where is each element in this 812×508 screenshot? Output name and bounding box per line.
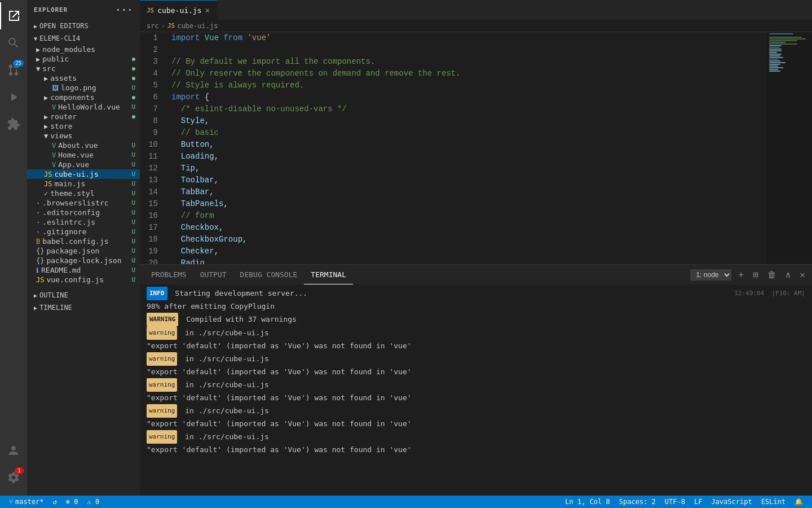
file-theme[interactable]: ✓ theme.styl U xyxy=(27,189,140,198)
tab-output[interactable]: OUTPUT xyxy=(193,265,233,284)
open-editors-section[interactable]: ▶ OPEN EDITORS xyxy=(27,20,140,32)
file-label: main.js xyxy=(54,179,85,188)
terminal-line: warning in ./src/cube-ui.js xyxy=(147,352,805,366)
warning-badge-large: WARNING xyxy=(147,313,178,326)
status-errors[interactable]: ⊗ 0 xyxy=(61,496,83,508)
tab-problems[interactable]: PROBLEMS xyxy=(144,265,193,284)
folder-icon: ▶ xyxy=(44,122,48,130)
file-store[interactable]: ▶ store xyxy=(27,121,140,131)
file-label: store xyxy=(50,122,72,130)
status-bar: ⑂ master* ↺ ⊗ 0 ⚠ 0 Ln 1, Col 8 Spaces: … xyxy=(0,496,812,508)
file-mainjs[interactable]: JS main.js U xyxy=(27,179,140,189)
untracked-badge: U xyxy=(131,218,135,226)
file-node_modules[interactable]: ▶ node_modules xyxy=(27,45,140,54)
tab-terminal[interactable]: TERMINAL xyxy=(304,265,353,284)
file-gitignore[interactable]: · .gitignore U xyxy=(27,227,140,237)
file-logo[interactable]: 🖼 logo.png U xyxy=(27,83,140,93)
status-ln-col[interactable]: Ln 1, Col 8 xyxy=(561,496,614,508)
sidebar-menu-button[interactable]: ··· xyxy=(115,5,133,15)
terminal-line: warning in ./src/cube-ui.js xyxy=(147,404,805,418)
folder-icon: ▶ xyxy=(44,113,48,121)
tab-cube-ui[interactable]: JS cube-ui.js × xyxy=(140,0,217,20)
status-eol[interactable]: LF xyxy=(690,496,707,508)
extensions-icon[interactable] xyxy=(0,111,27,138)
code-editor[interactable]: 12345 678910 1112131415 1617181920 21222… xyxy=(140,32,812,264)
tab-close-button[interactable]: × xyxy=(205,6,210,14)
status-notifications[interactable]: 🔔 xyxy=(790,496,807,508)
tab-js-icon: JS xyxy=(147,7,154,14)
explorer-icon[interactable] xyxy=(0,2,27,29)
file-public[interactable]: ▶ public xyxy=(27,54,140,64)
folder-icon: ▼ xyxy=(36,65,40,73)
status-branch[interactable]: ⑂ master* xyxy=(5,496,48,508)
file-editorconfig[interactable]: · .editorconfig U xyxy=(27,208,140,217)
file-src[interactable]: ▼ src xyxy=(27,64,140,73)
file-packagejson[interactable]: {} package.json U xyxy=(27,246,140,256)
run-icon[interactable] xyxy=(0,84,27,111)
ln-col-label: Ln 1, Col 8 xyxy=(565,498,610,506)
activity-bottom: 1 xyxy=(0,437,27,491)
file-label: public xyxy=(42,55,69,63)
file-readme[interactable]: ℹ README.md U xyxy=(27,265,140,275)
js-file-icon: B xyxy=(36,238,40,246)
status-sync[interactable]: ↺ xyxy=(48,496,61,508)
file-router[interactable]: ▶ router xyxy=(27,112,140,121)
status-language[interactable]: JavaScript xyxy=(707,496,756,508)
untracked-badge: U xyxy=(131,228,135,235)
file-packagelockjson[interactable]: {} package-lock.json U xyxy=(27,256,140,265)
untracked-badge: U xyxy=(131,161,135,168)
file-views[interactable]: ▼ views xyxy=(27,131,140,141)
file-label: views xyxy=(50,132,72,140)
project-section[interactable]: ▼ ELEME-CLI4 xyxy=(27,32,140,45)
terminal-text: "export 'default' (imported as 'Vue') wa… xyxy=(147,392,412,404)
breadcrumb-src[interactable]: src xyxy=(147,22,159,30)
terminal-session-select[interactable]: 1: node xyxy=(690,269,731,281)
file-cube-ui[interactable]: JS cube-ui.js U xyxy=(27,169,140,179)
terminal-delete-button[interactable]: 🗑 xyxy=(765,268,779,281)
terminal-line: "export 'default' (imported as 'Vue') wa… xyxy=(147,392,805,404)
folder-icon: ▶ xyxy=(36,55,40,63)
terminal-split-button[interactable]: ⊞ xyxy=(751,268,761,281)
terminal-line: "export 'default' (imported as 'Vue') wa… xyxy=(147,340,805,352)
file-homevue[interactable]: V Home.vue U xyxy=(27,150,140,160)
file-label: cube-ui.js xyxy=(54,170,98,178)
file-aboutvue[interactable]: V About.vue U xyxy=(27,141,140,150)
terminal-line: warning in ./src/cube-ui.js xyxy=(147,378,805,392)
code-content[interactable]: import Vue from 'vue' // By default we i… xyxy=(167,32,767,264)
file-components[interactable]: ▶ components xyxy=(27,93,140,102)
timeline-section[interactable]: ▶ TIMELINE xyxy=(27,301,140,314)
terminal-close-button[interactable]: ✕ xyxy=(797,268,807,281)
status-encoding[interactable]: UTF-8 xyxy=(660,496,690,508)
file-assets[interactable]: ▶ assets xyxy=(27,73,140,83)
file-babelconfig[interactable]: B babel.config.js U xyxy=(27,237,140,246)
warning-badge: warning xyxy=(147,378,177,392)
language-label: JavaScript xyxy=(711,498,752,506)
terminal-add-button[interactable]: + xyxy=(736,268,746,281)
terminal-content[interactable]: INFO Starting development server... 12:4… xyxy=(140,284,812,496)
account-icon[interactable] xyxy=(0,437,27,464)
terminal-collapse-button[interactable]: ∧ xyxy=(783,268,793,281)
file-vueconfig[interactable]: JS vue.config.js U xyxy=(27,275,140,284)
open-editors-label: OPEN EDITORS xyxy=(39,22,89,30)
settings-icon[interactable]: 1 xyxy=(0,464,27,491)
file-eslintrc[interactable]: · .eslintrc.js U xyxy=(27,217,140,227)
breadcrumb-js-icon: JS xyxy=(167,22,175,29)
file-label: .gitignore xyxy=(42,227,86,236)
file-appvue[interactable]: V App.vue U xyxy=(27,160,140,169)
terminal-line: "export 'default' (imported as 'Vue') wa… xyxy=(147,418,805,430)
search-icon[interactable] xyxy=(0,29,27,56)
file-label: router xyxy=(50,112,77,121)
file-helloworld[interactable]: V HelloWorld.vue U xyxy=(27,102,140,112)
outline-section[interactable]: ▶ OUTLINE xyxy=(27,289,140,301)
tab-debug-console[interactable]: DEBUG CONSOLE xyxy=(233,265,304,284)
terminal-line: WARNING Compiled with 37 warnings xyxy=(147,313,805,326)
untracked-badge: U xyxy=(131,199,135,207)
terminal-text: Compiled with 37 warnings xyxy=(182,313,297,326)
file-browserslistrc[interactable]: · .browserslistrc U xyxy=(27,198,140,208)
status-linter[interactable]: ESLint xyxy=(757,496,790,508)
breadcrumb-file[interactable]: cube-ui.js xyxy=(177,22,218,30)
status-warnings[interactable]: ⚠ 0 xyxy=(83,496,104,508)
source-control-icon[interactable]: 25 xyxy=(0,56,27,84)
status-spaces[interactable]: Spaces: 2 xyxy=(615,496,660,508)
terminal-text: in ./src/cube-ui.js xyxy=(180,353,269,365)
